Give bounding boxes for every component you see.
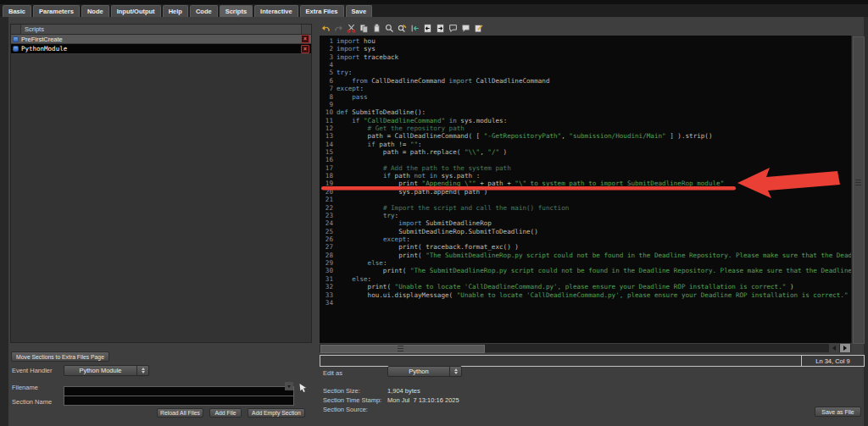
section-source-label: Section Source: — [323, 406, 368, 413]
tab-parameters[interactable]: Parameters — [33, 5, 80, 17]
edit-as-spinner[interactable] — [449, 367, 461, 376]
code-line-24: 24 import SubmitDeadlineRop — [320, 219, 851, 227]
code-line-13: 13 path = CallDeadlineCommand( [ "-GetRe… — [320, 132, 851, 140]
paste-icon[interactable] — [371, 23, 381, 33]
code-line-3: 3import traceback — [320, 53, 851, 61]
code-line-7: 7except: — [320, 85, 851, 92]
code-line-18: 18 if path not in sys.path : — [320, 172, 851, 180]
section-size-value: 1,904 bytes — [387, 387, 420, 395]
save-as-file-button[interactable]: Save as File — [815, 407, 861, 417]
code-line-8: 8 pass — [320, 93, 851, 101]
code-line-29: 29 else: — [320, 259, 851, 267]
section-size-label: Section Size: — [323, 387, 360, 395]
status-message-cell — [320, 356, 801, 366]
script-row-prefirstcreate[interactable]: PreFirstCreate× — [11, 35, 311, 44]
vertical-scrollbar-handle[interactable] — [853, 36, 865, 344]
editor-status-bar: Ln 34, Col 9 — [320, 355, 865, 367]
code-line-10: 10def SubmitToDeadline(): — [320, 108, 851, 116]
scroll-left-arrow[interactable] — [829, 344, 839, 352]
code-line-31: 31 else: — [320, 275, 851, 283]
script-name: PreFirstCreate — [21, 36, 63, 43]
code-line-16: 16 — [320, 156, 851, 163]
tab-interactive[interactable]: Interactive — [254, 5, 298, 17]
section-timestamp-value: Mon Jul 7 13:10:16 2025 — [387, 396, 459, 404]
event-handler-label: Event Handler — [12, 367, 53, 374]
comment-icon[interactable] — [448, 23, 458, 33]
filename-history-dropdown[interactable] — [285, 382, 293, 390]
script-row-pythonmodule[interactable]: PythonModule× — [11, 44, 311, 54]
code-line-25: 25 SubmitDeadlineRop.SubmitToDeadline() — [320, 228, 851, 235]
code-line-14: 14 if path != "": — [320, 141, 851, 148]
code-line-12: 12 # Get the repository path — [320, 124, 851, 132]
tab-extra-files[interactable]: Extra Files — [300, 5, 344, 17]
filename-label: Filename — [12, 384, 38, 391]
horizontal-scrollbar-handle[interactable] — [320, 345, 485, 353]
code-line-5: 5try: — [320, 69, 851, 76]
code-line-17: 17 # Add the path to the system path — [320, 164, 851, 172]
header-delete-cell — [301, 25, 311, 34]
add-file-button[interactable]: Add File — [209, 408, 242, 418]
tab-code[interactable]: Code — [190, 5, 218, 17]
code-editor[interactable]: 1import hou2import sys3import traceback4… — [320, 36, 851, 343]
tab-node[interactable]: Node — [81, 5, 109, 17]
tab-input-output[interactable]: Input/Output — [111, 5, 161, 17]
tab-save[interactable]: Save — [346, 5, 373, 17]
code-line-23: 23 try: — [320, 212, 851, 219]
event-handler-spinner[interactable] — [136, 366, 148, 375]
reload-all-files-button[interactable]: Reload All Files — [157, 408, 203, 418]
move-sections-button[interactable]: Move Sections to Extra Files Page — [11, 351, 109, 362]
edit-as-dropdown[interactable]: Python — [387, 366, 462, 377]
tab-scripts[interactable]: Scripts — [220, 5, 253, 17]
external-editor-icon[interactable] — [473, 23, 483, 33]
code-line-33: 33 hou.ui.displayMessage( "Unable to loc… — [320, 291, 851, 299]
line-column-indicator: Ln 34, Col 9 — [801, 356, 864, 366]
editor-toolbar — [320, 22, 592, 34]
tab-basic[interactable]: Basic — [3, 5, 31, 17]
file-browse-icon[interactable] — [298, 381, 309, 391]
houdini-type-properties-window: BasicParametersNodeInput/OutputHelpCodeS… — [0, 0, 868, 426]
add-empty-section-button[interactable]: Add Empty Section — [248, 408, 305, 418]
tab-help[interactable]: Help — [163, 5, 188, 17]
code-line-19: 19 print "Appending \"" + path + "\" to … — [320, 180, 851, 187]
scripts-list-header: Scripts — [11, 25, 311, 35]
goto-line-icon[interactable] — [409, 23, 420, 33]
code-line-20: 20 sys.path.append( path ) — [320, 188, 851, 196]
code-line-15: 15 path = path.replace( "\\", "/" ) — [320, 148, 851, 156]
left-pane-edge — [0, 17, 8, 426]
code-line-26: 26 except: — [320, 235, 851, 243]
code-line-6: 6 from CallDeadlineCommand import CallDe… — [320, 77, 851, 85]
tab-bar: BasicParametersNodeInput/OutputHelpCodeS… — [0, 4, 868, 17]
script-name: PythonModule — [21, 45, 67, 53]
event-handler-dropdown[interactable]: Python Module — [64, 365, 149, 376]
edit-as-label: Edit as — [323, 369, 342, 377]
code-line-21: 21 — [320, 196, 851, 203]
section-timestamp-label: Section Time Stamp: — [323, 396, 381, 404]
scripts-column-header: Scripts — [21, 25, 44, 33]
script-icon — [13, 36, 19, 42]
code-line-28: 28 print( "The SubmitDeadlineRop.py scri… — [320, 252, 851, 259]
section-name-label: Section Name — [12, 398, 52, 406]
event-handler-value: Python Module — [64, 366, 136, 375]
shift-right-icon[interactable] — [435, 23, 445, 33]
section-name-input[interactable] — [64, 396, 294, 406]
cut-icon[interactable] — [346, 23, 356, 33]
shift-left-icon[interactable] — [422, 23, 432, 33]
uncomment-icon[interactable] — [460, 23, 470, 33]
code-line-9: 9 — [320, 101, 851, 108]
undo-icon[interactable] — [320, 23, 331, 33]
code-line-27: 27 print( traceback.format_exc() ) — [320, 243, 851, 251]
vertical-scrollbar[interactable] — [851, 36, 864, 343]
code-line-11: 11 if "CallDeadlineCommand" in sys.modul… — [320, 117, 851, 124]
redo-icon[interactable] — [333, 23, 343, 33]
find-replace-icon[interactable] — [397, 23, 407, 33]
delete-script-button[interactable]: × — [301, 35, 309, 43]
zoom-icon[interactable] — [384, 23, 394, 33]
code-line-4: 4 — [320, 61, 851, 69]
delete-script-button[interactable]: × — [301, 45, 309, 53]
filename-input[interactable] — [64, 386, 294, 396]
filename-field-wrap — [64, 381, 294, 391]
scroll-right-arrow[interactable] — [840, 344, 850, 352]
copy-icon[interactable] — [359, 23, 369, 33]
code-line-1: 1import hou — [320, 37, 851, 45]
horizontal-scrollbar[interactable] — [320, 344, 851, 352]
